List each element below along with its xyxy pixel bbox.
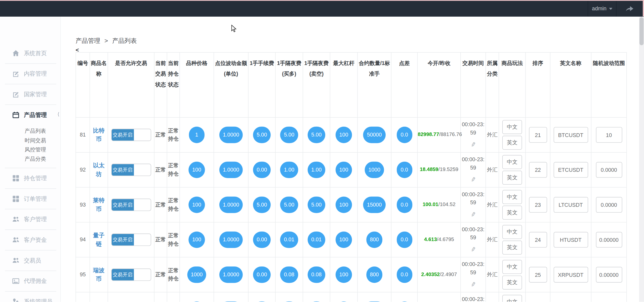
logout-button[interactable] <box>617 0 643 16</box>
fee-pill[interactable]: 0.00 <box>253 266 271 283</box>
point-unit-pill[interactable]: 1.0000 <box>219 196 243 213</box>
english-name-input[interactable] <box>553 232 588 248</box>
admin-dropdown[interactable]: admin <box>588 0 616 16</box>
random-range-input[interactable] <box>596 127 622 143</box>
price-pill[interactable]: 100 <box>189 162 205 178</box>
sidebar-item-0[interactable]: 系统首页 <box>0 43 60 63</box>
sidebar-collapse-arrow[interactable]: ⟨ <box>58 111 60 117</box>
product-name-link[interactable]: 莱特币 <box>93 197 105 212</box>
play-english-button[interactable]: 英文 <box>502 241 522 255</box>
overnight-buy-pill[interactable]: 5.00 <box>280 127 298 143</box>
english-name-input[interactable] <box>553 197 588 213</box>
price-pill[interactable]: 100 <box>189 196 205 213</box>
sidebar-item-7[interactable]: 客户资金 <box>0 230 60 250</box>
play-english-button[interactable]: 英文 <box>502 276 522 290</box>
product-name-link[interactable]: 以太坊 <box>93 162 105 177</box>
breadcrumb-parent[interactable]: 产品管理 <box>75 37 100 44</box>
spread-pill[interactable]: 0.0 <box>396 266 412 283</box>
fee-pill[interactable]: 5.00 <box>253 196 271 213</box>
vertical-scrollbar[interactable] <box>639 16 644 302</box>
sidebar-item-10[interactable]: 系统管理员 <box>0 292 60 302</box>
contract-pill[interactable]: 800 <box>366 231 383 248</box>
contract-pill[interactable]: 1000 <box>365 162 384 178</box>
spread-pill[interactable]: 0.0 <box>396 162 412 178</box>
trade-toggle[interactable]: 交易开启 <box>111 129 151 141</box>
sort-input[interactable] <box>529 232 547 248</box>
overnight-buy-pill[interactable]: 0.01 <box>280 231 298 248</box>
sidebar-item-1[interactable]: 内容管理 <box>0 64 60 84</box>
trade-toggle[interactable]: 交易开启 <box>111 199 151 211</box>
point-unit-pill[interactable]: 1.0000 <box>219 127 243 143</box>
sidebar-item-8[interactable]: 交易员 <box>0 250 60 271</box>
scrollbar-thumb[interactable] <box>639 17 643 45</box>
sidebar-subitem-1[interactable]: 时间交易 <box>25 136 60 145</box>
overnight-sell-pill[interactable]: 1.00 <box>308 162 326 178</box>
sidebar-subitem-2[interactable]: 风控管理 <box>25 145 60 154</box>
spread-pill[interactable]: 0.0 <box>396 196 412 213</box>
sidebar-item-3[interactable]: 产品管理 <box>0 105 60 125</box>
price-pill[interactable]: 1000 <box>187 266 207 283</box>
leverage-pill[interactable]: 100 <box>336 301 352 302</box>
sidebar-subitem-3[interactable]: 产品分类 <box>25 154 60 164</box>
fee-pill[interactable]: 0.00 <box>253 231 271 248</box>
play-chinese-button[interactable]: 中文 <box>502 120 522 134</box>
play-chinese-button[interactable]: 中文 <box>502 295 522 302</box>
random-range-input[interactable] <box>596 232 622 248</box>
play-chinese-button[interactable]: 中文 <box>502 260 522 274</box>
play-english-button[interactable]: 英文 <box>502 136 522 150</box>
edit-icon[interactable]: ✎ <box>470 139 477 150</box>
spread-pill[interactable]: 0.0 <box>396 301 412 302</box>
leverage-pill[interactable]: 100 <box>336 127 352 143</box>
overnight-sell-pill[interactable]: 5.00 <box>308 127 326 143</box>
overnight-sell-pill[interactable]: 0.01 <box>308 231 326 248</box>
sort-input[interactable] <box>529 162 547 178</box>
random-range-input[interactable] <box>596 197 622 213</box>
sort-input[interactable] <box>529 267 547 283</box>
spread-pill[interactable]: 0.0 <box>396 127 412 143</box>
point-unit-pill[interactable]: 1.0000 <box>219 266 243 283</box>
sort-input[interactable] <box>529 127 547 143</box>
fee-pill[interactable]: 0.00 <box>253 162 271 178</box>
price-pill[interactable]: 100 <box>189 231 205 248</box>
overnight-buy-pill[interactable]: 5.00 <box>280 196 298 213</box>
edit-icon[interactable]: ✎ <box>470 244 477 254</box>
sidebar-item-6[interactable]: 客户管理 <box>0 209 60 229</box>
leverage-pill[interactable]: 100 <box>336 266 352 283</box>
product-name-link[interactable]: 量子链 <box>93 232 105 247</box>
english-name-input[interactable] <box>553 162 588 178</box>
trade-toggle[interactable]: 交易开启 <box>111 233 151 246</box>
overnight-buy-pill[interactable]: 0.08 <box>280 266 298 283</box>
spread-pill[interactable]: 0.0 <box>396 231 412 248</box>
sidebar-item-9[interactable]: 代理佣金 <box>0 271 60 291</box>
trade-toggle[interactable]: 交易开启 <box>111 269 151 281</box>
sidebar-item-5[interactable]: 订单管理 <box>0 189 60 209</box>
sidebar-subitem-0[interactable]: 产品列表 <box>25 127 60 136</box>
edit-icon[interactable]: ✎ <box>470 279 477 289</box>
fee-pill[interactable]: 5.00 <box>253 301 271 302</box>
overnight-sell-pill[interactable]: 0.08 <box>308 266 326 283</box>
price-pill[interactable]: 1 <box>189 127 205 143</box>
overnight-sell-pill[interactable]: 5.00 <box>308 196 326 213</box>
contract-pill[interactable]: 800 <box>366 266 383 283</box>
edit-icon[interactable]: ✎ <box>470 174 477 184</box>
point-unit-pill[interactable]: 1.0000 <box>219 162 243 178</box>
product-name-link[interactable]: 瑞波币 <box>93 267 105 282</box>
leverage-pill[interactable]: 100 <box>336 162 352 178</box>
fee-pill[interactable]: 5.00 <box>253 127 271 143</box>
overnight-buy-pill[interactable]: 1.00 <box>280 162 298 178</box>
point-unit-pill[interactable]: 1.0000 <box>219 301 243 302</box>
overnight-sell-pill[interactable]: 5.00 <box>308 301 326 302</box>
trade-toggle[interactable]: 交易开启 <box>111 164 151 176</box>
point-unit-pill[interactable]: 1.0000 <box>219 231 243 248</box>
random-range-input[interactable] <box>596 162 622 178</box>
contract-pill[interactable]: 15000 <box>363 196 385 213</box>
sort-input[interactable] <box>529 197 547 213</box>
sidebar-item-2[interactable]: 国家管理 <box>0 84 60 105</box>
contract-pill[interactable]: 50000 <box>363 127 385 143</box>
play-chinese-button[interactable]: 中文 <box>502 190 522 204</box>
leverage-pill[interactable]: 100 <box>336 231 352 248</box>
leverage-pill[interactable]: 100 <box>336 196 352 213</box>
play-chinese-button[interactable]: 中文 <box>502 155 522 169</box>
english-name-input[interactable] <box>553 127 588 143</box>
contract-pill[interactable]: 15000 <box>363 301 385 302</box>
